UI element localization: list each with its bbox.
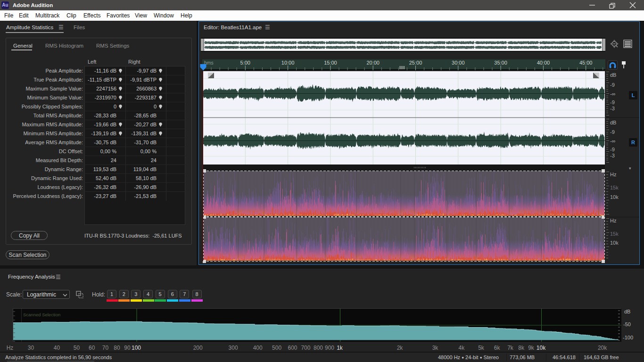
svg-text:30:00: 30:00 <box>452 60 465 66</box>
svg-text:Scanned Selection: Scanned Selection <box>23 312 60 317</box>
svg-text:35:00: 35:00 <box>494 60 507 66</box>
svg-text:5:00: 5:00 <box>240 60 250 66</box>
svg-text:40:00: 40:00 <box>537 60 550 66</box>
svg-text:20:00: 20:00 <box>366 60 380 66</box>
svg-text:25:00: 25:00 <box>409 60 422 66</box>
svg-text:45:00: 45:00 <box>579 60 593 66</box>
svg-text:10:00: 10:00 <box>281 60 295 66</box>
svg-text:15:00: 15:00 <box>324 60 337 66</box>
